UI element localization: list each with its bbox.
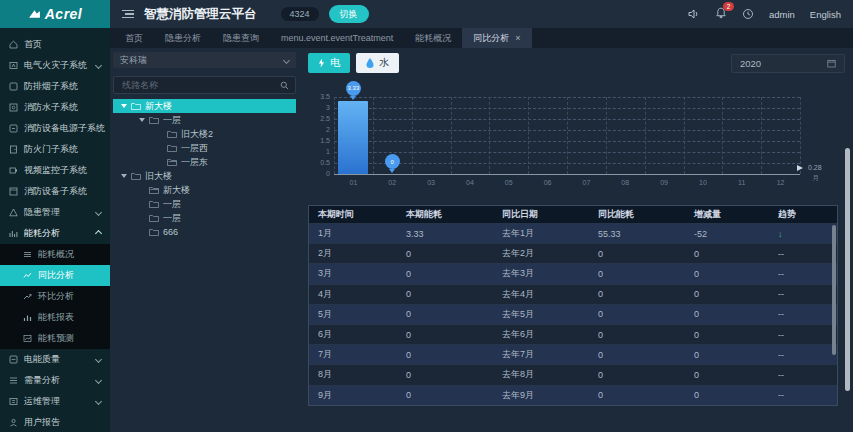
tab-hazard-query[interactable]: 隐患查询	[212, 28, 270, 48]
tab-yoy-analysis[interactable]: 同比分析 ×	[462, 28, 531, 48]
x-axis-tick: 05	[489, 179, 528, 186]
trend-line-icon	[23, 271, 32, 280]
tree-node[interactable]: 新大楼	[113, 99, 296, 113]
folder-icon	[149, 116, 159, 124]
water-toggle-button[interactable]: 水	[356, 53, 399, 73]
sidebar-item-home[interactable]: 首页	[0, 34, 110, 55]
clock-icon[interactable]	[742, 8, 754, 20]
gridline	[334, 97, 335, 174]
gridline	[412, 97, 413, 174]
switch-button[interactable]: 切换	[329, 5, 369, 23]
trend-arrow-icon	[23, 292, 32, 301]
energy-analysis-icon	[9, 229, 18, 238]
page-scrollbar[interactable]	[845, 148, 850, 391]
notification-bell[interactable]: 2	[715, 7, 727, 21]
table-row: 6月0去年6月00--	[309, 324, 837, 344]
hazard-icon	[9, 208, 18, 217]
sidebar-item-ops-management[interactable]: 运维管理	[0, 391, 110, 412]
home-icon	[9, 40, 18, 49]
tree-node[interactable]: 一层	[113, 197, 296, 211]
submenu-energy-report[interactable]: 能耗报表	[0, 307, 110, 328]
org-select[interactable]: 安科瑞	[113, 52, 296, 68]
submenu-energy-overview[interactable]: 能耗概况	[0, 244, 110, 265]
table-row: 8月0去年8月00--	[309, 364, 837, 384]
tab-hazard-analysis[interactable]: 隐患分析	[154, 28, 212, 48]
search-icon[interactable]	[280, 81, 289, 90]
sidebar: 首页 电气火灾子系统 防排烟子系统 消防水子系统 消防设备电源子系统 防火门子系…	[0, 28, 110, 432]
close-icon[interactable]: ×	[515, 33, 520, 43]
folder-icon	[149, 228, 159, 236]
folder-icon	[149, 214, 159, 222]
expand-arrow-icon[interactable]	[121, 174, 127, 178]
table-row: 4月0去年4月00--	[309, 284, 837, 304]
menu-collapse-icon[interactable]	[122, 10, 134, 19]
year-picker[interactable]: 2020	[731, 54, 845, 73]
acrel-logo-icon	[28, 8, 41, 21]
ops-management-icon	[9, 397, 18, 406]
app-window: Acrel 智慧消防管理云平台 4324 切换 2 admin English …	[0, 0, 853, 432]
tree-node[interactable]: 一层	[113, 113, 296, 127]
tree-node[interactable]: 一层西	[113, 141, 296, 155]
table-scrollbar[interactable]	[832, 225, 836, 355]
sidebar-item-electric-fire[interactable]: 电气火灾子系统	[0, 55, 110, 76]
gridline	[684, 97, 685, 174]
bar-chart-icon	[23, 313, 32, 322]
sidebar-item-fire-water[interactable]: 消防水子系统	[0, 97, 110, 118]
sidebar-item-power-quality[interactable]: 电能质量	[0, 349, 110, 370]
sidebar-item-hazard-management[interactable]: 隐患管理	[0, 202, 110, 223]
line-search[interactable]	[113, 76, 296, 94]
gridline	[334, 174, 800, 175]
speaker-icon[interactable]	[688, 8, 700, 20]
tree-node[interactable]: 新大楼	[113, 183, 296, 197]
tree-node[interactable]: 666	[113, 225, 296, 239]
forecast-icon	[23, 334, 32, 343]
tree-node[interactable]: 一层	[113, 211, 296, 225]
demand-analysis-icon	[9, 376, 18, 385]
tree-node[interactable]: 旧大楼2	[113, 127, 296, 141]
submenu-yoy-analysis[interactable]: 同比分析	[0, 265, 110, 286]
bell-badge: 2	[723, 2, 734, 11]
sidebar-item-user-report[interactable]: 用户报告	[0, 412, 110, 432]
table-row: 7月0去年7月00--	[309, 344, 837, 364]
electric-toggle-button[interactable]: 电	[308, 53, 350, 73]
bar	[338, 101, 368, 174]
x-axis-tick: 08	[606, 179, 645, 186]
expand-arrow-icon[interactable]	[121, 104, 127, 108]
trend-down-icon: ↓	[769, 229, 837, 239]
sidebar-item-fire-equipment[interactable]: 消防设备子系统	[0, 181, 110, 202]
tree-node[interactable]: 旧大楼	[113, 169, 296, 183]
video-monitor-icon	[9, 166, 18, 175]
table-header: 本期时间 本期能耗 同比日期 同比能耗 增减量 趋势	[309, 206, 837, 223]
sidebar-item-video-monitor[interactable]: 视频监控子系统	[0, 160, 110, 181]
gridline	[489, 97, 490, 174]
tab-event-treatment[interactable]: menu.event.eventTreatment	[270, 28, 404, 48]
sidebar-item-demand-analysis[interactable]: 需量分析	[0, 370, 110, 391]
table-row: 1月3.33去年1月55.33-52↓	[309, 223, 837, 243]
submenu-mom-analysis[interactable]: 环比分析	[0, 286, 110, 307]
energy-submenu: 能耗概况 同比分析 环比分析 能耗报表 能耗预测	[0, 244, 110, 349]
search-input[interactable]	[120, 79, 280, 91]
smoke-control-icon	[9, 82, 18, 91]
expand-arrow-icon[interactable]	[139, 118, 145, 122]
x-axis-tick: 06	[528, 179, 567, 186]
tab-energy-overview[interactable]: 能耗概况	[404, 28, 462, 48]
gridline	[761, 97, 762, 174]
list-icon	[23, 250, 32, 259]
table-row: 5月0去年5月00--	[309, 304, 837, 324]
sidebar-item-equipment-power[interactable]: 消防设备电源子系统	[0, 118, 110, 139]
tab-home[interactable]: 首页	[114, 28, 154, 48]
user-name[interactable]: admin	[769, 9, 795, 20]
gridline	[800, 97, 801, 174]
chevron-down-icon	[95, 209, 102, 216]
sidebar-item-fire-door[interactable]: 防火门子系统	[0, 139, 110, 160]
chevron-up-icon	[95, 230, 102, 237]
device-tree-panel: 安科瑞 新大楼 一层 旧大楼2	[113, 52, 296, 432]
language-switcher[interactable]: English	[810, 9, 841, 20]
tab-bar: 首页 隐患分析 隐患查询 menu.event.eventTreatment 能…	[110, 28, 853, 48]
tree-node[interactable]: 一层东	[113, 155, 296, 169]
sidebar-item-smoke-control[interactable]: 防排烟子系统	[0, 76, 110, 97]
sidebar-item-energy-analysis[interactable]: 能耗分析	[0, 223, 110, 244]
building-tree: 新大楼 一层 旧大楼2 一层西 一层东	[113, 99, 296, 239]
submenu-energy-forecast[interactable]: 能耗预测	[0, 328, 110, 349]
y-axis-tick: 1	[308, 148, 330, 156]
